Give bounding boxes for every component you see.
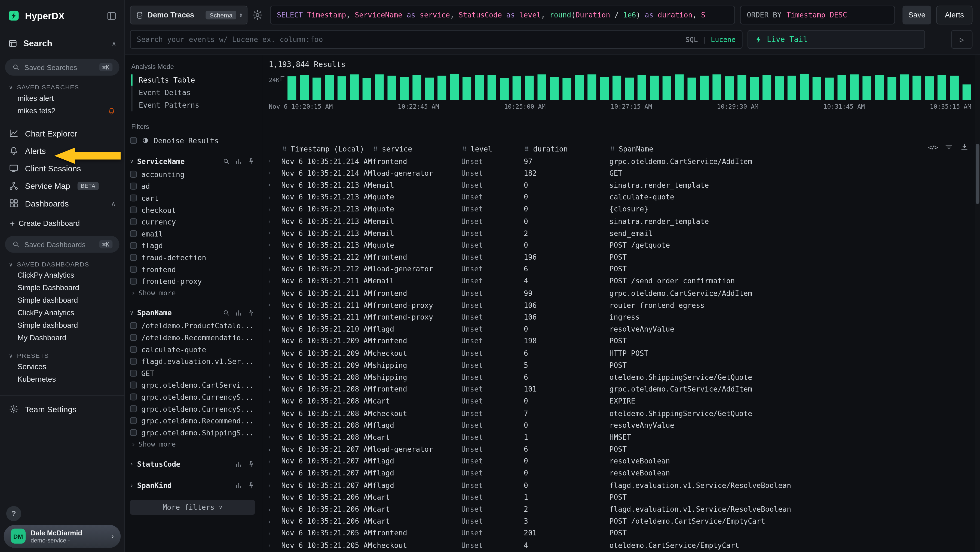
table-row[interactable]: ›Nov 6 10:35:21.214 AMload-generatorUnse…	[262, 167, 974, 179]
histogram-bar[interactable]	[562, 78, 571, 100]
table-row[interactable]: ›Nov 6 10:35:21.207 AMflagdUnset0flagd.e…	[262, 479, 974, 491]
histogram-bar[interactable]	[412, 75, 421, 100]
filter-option[interactable]: frontend-proxy	[130, 275, 255, 287]
expand-row-icon[interactable]: ›	[266, 338, 281, 345]
expand-row-icon[interactable]: ›	[266, 254, 281, 260]
histogram-bar[interactable]	[312, 78, 321, 100]
expand-row-icon[interactable]: ›	[266, 206, 281, 212]
histogram-bar[interactable]	[713, 74, 721, 100]
filter-group-header[interactable]: ›StatusCode	[130, 457, 255, 471]
table-row[interactable]: ›Nov 6 10:35:21.208 AMshippingUnset6otel…	[262, 371, 974, 383]
checkbox[interactable]	[130, 358, 137, 365]
histogram-bar[interactable]	[838, 75, 846, 100]
histogram-bar[interactable]	[700, 76, 709, 100]
expand-row-icon[interactable]: ›	[266, 290, 281, 297]
table-row[interactable]: ›Nov 6 10:35:21.213 AMquoteUnset0calcula…	[262, 191, 974, 203]
source-selector[interactable]: Demo Traces Schema ▴▾	[130, 6, 248, 24]
histogram-bar[interactable]	[463, 77, 471, 100]
expand-row-icon[interactable]: ›	[266, 518, 281, 525]
checkbox[interactable]	[130, 322, 137, 329]
histogram-bar[interactable]	[638, 75, 646, 100]
histogram-bar[interactable]	[963, 85, 971, 100]
table-row[interactable]: ›Nov 6 10:35:21.206 AMcartUnset1POST	[262, 491, 974, 503]
filter-option[interactable]: cart	[130, 192, 255, 204]
histogram-bar[interactable]	[512, 76, 521, 100]
checkbox[interactable]	[130, 266, 137, 273]
expand-row-icon[interactable]: ›	[266, 230, 281, 236]
drag-handle-icon[interactable]	[461, 146, 468, 152]
expand-row-icon[interactable]: ›	[266, 194, 281, 201]
filter-option[interactable]: flagd	[130, 239, 255, 252]
saved-search-item[interactable]: mikes tets2	[0, 104, 124, 117]
histogram-bar[interactable]	[488, 75, 496, 100]
checkbox[interactable]	[130, 429, 137, 436]
filter-option[interactable]: ad	[130, 180, 255, 192]
table-row[interactable]: ›Nov 6 10:35:21.207 AMflagdUnset0resolve…	[262, 467, 974, 479]
sql-query-input[interactable]: SELECT Timestamp, ServiceName as service…	[270, 6, 735, 24]
table-row[interactable]: ›Nov 6 10:35:21.214 AMfrontendUnset97grp…	[262, 155, 974, 167]
table-row[interactable]: ›Nov 6 10:35:21.209 AMshippingUnset5POST	[262, 359, 974, 371]
histogram-bar[interactable]	[900, 74, 909, 100]
table-row[interactable]: ›Nov 6 10:35:21.213 AMemailUnset0sinatra…	[262, 215, 974, 227]
filter-option[interactable]: grpc.oteldemo.CurrencyS...	[130, 391, 255, 403]
checkbox[interactable]	[130, 370, 137, 377]
chart-icon[interactable]	[235, 461, 243, 468]
expand-row-icon[interactable]: ›	[266, 170, 281, 177]
checkbox[interactable]	[130, 218, 137, 225]
saved-dashboard-item[interactable]: ClickPy Analytics	[0, 269, 124, 281]
expand-row-icon[interactable]: ›	[266, 242, 281, 249]
checkbox[interactable]	[130, 334, 137, 341]
histogram-bar[interactable]	[925, 76, 934, 100]
checkbox[interactable]	[130, 278, 137, 284]
histogram-bar[interactable]	[913, 76, 921, 100]
collapse-sidebar-icon[interactable]	[106, 10, 117, 21]
table-row[interactable]: ›Nov 6 10:35:21.211 AMfrontend-proxyUnse…	[262, 299, 974, 311]
sidebar-item-chart-explorer[interactable]: Chart Explorer	[0, 124, 124, 142]
table-row[interactable]: ›Nov 6 10:35:21.207 AMflagdUnset0resolve…	[262, 455, 974, 467]
checkbox[interactable]	[130, 346, 137, 353]
expand-row-icon[interactable]: ›	[266, 542, 281, 549]
expand-row-icon[interactable]: ›	[266, 494, 281, 501]
histogram-bar[interactable]	[300, 75, 309, 100]
histogram-bar[interactable]	[800, 74, 809, 100]
expand-row-icon[interactable]: ›	[266, 470, 281, 477]
histogram-bar[interactable]	[762, 75, 771, 100]
filter-option[interactable]: email	[130, 228, 255, 240]
pin-icon[interactable]	[247, 461, 255, 468]
filter-group-header[interactable]: ∨SpanName	[130, 306, 255, 320]
table-row[interactable]: ›Nov 6 10:35:21.213 AMemailUnset2send_em…	[262, 227, 974, 239]
filter-option[interactable]: flagd.evaluation.v1.Ser...	[130, 355, 255, 367]
expand-row-icon[interactable]: ›	[266, 314, 281, 321]
histogram-bar[interactable]	[813, 77, 821, 100]
filter-option[interactable]: grpc.oteldemo.Recommend...	[130, 415, 255, 427]
sidebar-item-team-settings[interactable]: Team Settings	[0, 395, 124, 422]
saved-dashboard-item[interactable]: Simple dashboard	[0, 319, 124, 332]
show-more-button[interactable]: ›Show more	[130, 439, 255, 450]
analysis-mode-event-deltas[interactable]: Event Deltas	[132, 86, 255, 99]
sidebar-item-service-map[interactable]: Service MapBETA	[0, 177, 124, 195]
checkbox[interactable]	[130, 195, 137, 201]
expand-row-icon[interactable]: ›	[266, 278, 281, 284]
table-row[interactable]: ›Nov 6 10:35:21.209 AMfrontendUnset198PO…	[262, 335, 974, 347]
histogram-bar[interactable]	[825, 78, 834, 100]
table-row[interactable]: ›Nov 6 10:35:21.208 AMflagdUnset0resolve…	[262, 419, 974, 431]
show-more-button[interactable]: ›Show more	[130, 287, 255, 298]
histogram-bar[interactable]	[850, 74, 859, 100]
filter-option[interactable]: accounting	[130, 168, 255, 180]
histogram-bar[interactable]	[438, 76, 446, 100]
table-row[interactable]: ›Nov 6 10:35:21.207 AMload-generatorUnse…	[262, 443, 974, 455]
saved-search-item[interactable]: mikes alert	[0, 92, 124, 105]
run-query-button[interactable]: ▷	[951, 30, 972, 49]
table-row[interactable]: ›Nov 6 10:35:21.211 AMfrontendUnset99grp…	[262, 287, 974, 299]
expand-row-icon[interactable]: ›	[266, 458, 281, 464]
histogram-bar[interactable]	[575, 75, 584, 100]
table-row[interactable]: ›Nov 6 10:35:21.208 AMcartUnset0EXPIRE	[262, 395, 974, 407]
sidebar-item-dashboards[interactable]: Dashboards∧	[0, 195, 124, 212]
more-filters-button[interactable]: More filters ∨	[130, 500, 255, 515]
saved-dashboard-item[interactable]: Simple dashboard	[0, 294, 124, 306]
filter-group-header[interactable]: ∨ServiceName	[130, 155, 255, 168]
histogram-bar[interactable]	[500, 78, 509, 100]
histogram-bar[interactable]	[325, 75, 334, 100]
histogram-bar[interactable]	[888, 77, 896, 100]
table-row[interactable]: ›Nov 6 10:35:21.208 AMcartUnset1HMSET	[262, 431, 974, 443]
